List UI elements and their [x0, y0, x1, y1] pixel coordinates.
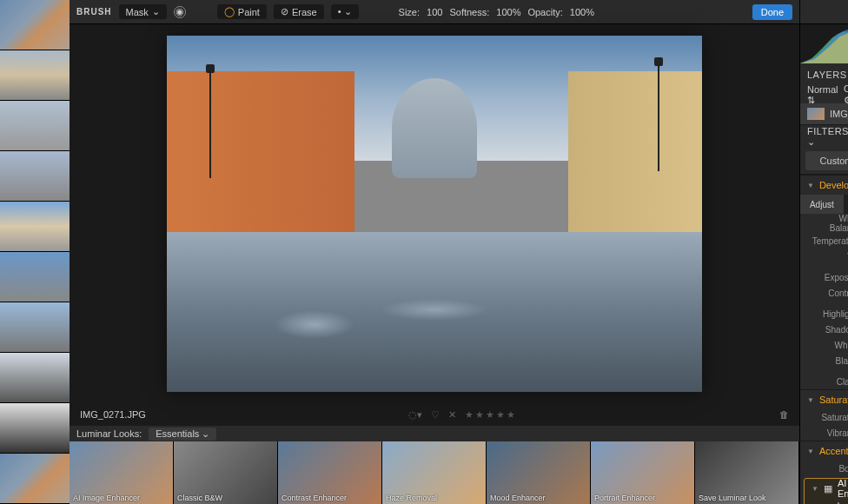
ai-sky-panel: ▼▦AI Sky Enhancer ↻⊗◉ Amount 71 [804, 478, 848, 504]
thumbnail[interactable] [0, 454, 70, 504]
slider-saturation: Saturation 0 [800, 409, 848, 425]
develop-header[interactable]: ▼Develop [800, 176, 848, 195]
saturation-header[interactable]: ▼Saturation / Vibrance [800, 390, 848, 409]
slider-vibrance: Vibrance 9 [800, 425, 848, 441]
collapse-icon: ▼ [807, 182, 814, 189]
look-preset[interactable]: Haze Removal [382, 441, 487, 504]
brush-more[interactable]: • ⌄ [331, 4, 359, 19]
flag-icon[interactable]: ◌▾ [408, 409, 422, 421]
opacity-value[interactable]: 100% [570, 7, 594, 17]
slider-tint: Tint 0 [800, 249, 848, 264]
thumbnail[interactable] [0, 50, 70, 101]
softness-value[interactable]: 100% [496, 7, 520, 17]
rating-stars[interactable]: ★★★★★ [465, 409, 517, 421]
trash-icon[interactable]: 🗑 [779, 409, 789, 420]
thumbnail[interactable] [0, 353, 70, 403]
side-panel: ▣ ↺ ⓘ▾ LAYERS ⌄ + Normal ⇅ Opacity: 100%… [799, 0, 848, 504]
slider-clarity: Clarity 0 [800, 374, 848, 389]
slider-exposure: Exposure 0.00 [800, 269, 848, 285]
brush-label: BRUSH [76, 7, 112, 17]
reject-icon[interactable]: ✕ [448, 409, 456, 421]
histogram[interactable] [800, 24, 848, 63]
mask-dropdown[interactable]: Mask⌄ [119, 4, 167, 19]
tab-lens[interactable]: Lens [844, 195, 848, 214]
visibility-toggle[interactable]: ◉ [174, 6, 186, 18]
ai-sky-header[interactable]: ▼▦AI Sky Enhancer ↻⊗◉ [805, 479, 848, 498]
layer-name: IMG_0271.JPG [830, 109, 848, 119]
slider-temperature: Temperature 0 [800, 233, 848, 249]
favorite-icon[interactable]: ♡ [431, 409, 440, 421]
brush-toolbar: BRUSH Mask⌄ ◉ ◯ Paint ⊘ Erase • ⌄ Size:1… [70, 0, 799, 24]
chevron-down-icon: ⌄ [152, 6, 160, 17]
look-preset[interactable]: Contrast Enhancer [278, 441, 382, 504]
looks-category-dropdown[interactable]: Essentials ⌄ [149, 428, 216, 441]
wb-label: White Balance [807, 214, 848, 233]
looks-bar: Luminar Looks: Essentials ⌄ [70, 426, 799, 441]
slider-blacks: Blacks -11 [800, 353, 848, 368]
looks-strip: AI Image Enhancer Classic B&W Contrast E… [70, 441, 799, 504]
thumbnail-strip [0, 0, 70, 504]
slider-amount: Amount 71 [805, 498, 848, 504]
thumbnail[interactable] [0, 151, 70, 202]
look-preset[interactable]: Save Luminar Look [695, 441, 799, 504]
thumbnail[interactable] [0, 0, 70, 50]
thumbnail[interactable] [0, 403, 70, 454]
look-preset[interactable]: Portrait Enhancer [591, 441, 695, 504]
workspace-dropdown[interactable]: Custom Workspace ⌄ [805, 151, 848, 170]
canvas[interactable] [70, 24, 799, 403]
look-preset[interactable]: Mood Enhancer [487, 441, 591, 504]
looks-label: Luminar Looks: [76, 428, 142, 439]
filename-label: IMG_0271.JPG [80, 409, 146, 420]
accent-ai-header[interactable]: ▼Accent AI Filter™ [800, 441, 848, 461]
thumbnail[interactable] [0, 202, 70, 252]
main-image [167, 36, 702, 392]
erase-button[interactable]: ⊘ Erase [274, 4, 324, 19]
layer-thumbnail [807, 108, 825, 120]
size-label: Size: [399, 7, 420, 17]
gear-icon[interactable]: ⚙▾ [844, 95, 848, 105]
develop-tabs: Adjust Lens Transform [800, 195, 848, 214]
develop-panel: ▼Develop Adjust Lens Transform White Bal… [800, 175, 848, 389]
size-value[interactable]: 100 [427, 7, 442, 17]
filters-header[interactable]: FILTERS ⌄ + Add Filter... [800, 125, 848, 148]
thumbnail[interactable] [0, 101, 70, 151]
slider-whites: Whites 11 [800, 337, 848, 353]
info-bar: IMG_0271.JPG ◌▾ ♡ ✕ ★★★★★ 🗑 [70, 403, 799, 426]
main-area: BRUSH Mask⌄ ◉ ◯ Paint ⊘ Erase • ⌄ Size:1… [70, 0, 799, 504]
brush-mask-icon[interactable]: ▦ [824, 483, 832, 494]
look-preset[interactable]: Classic B&W [174, 441, 278, 504]
side-top-icons: ▣ ↺ ⓘ▾ [800, 0, 848, 24]
opacity-label: Opacity: [527, 7, 562, 17]
tab-adjust[interactable]: Adjust [800, 195, 844, 214]
slider-shadows: Shadows 33 [800, 322, 848, 337]
done-button[interactable]: Done [752, 4, 792, 20]
look-preset[interactable]: AI Image Enhancer [70, 441, 174, 504]
thumbnail[interactable] [0, 252, 70, 302]
layers-header[interactable]: LAYERS ⌄ + [800, 63, 848, 86]
softness-label: Softness: [449, 7, 489, 17]
blend-mode-dropdown[interactable]: Normal ⇅ [807, 84, 844, 106]
slider-highlights: Highlights -48 [800, 306, 848, 322]
thumbnail[interactable] [0, 302, 70, 353]
paint-button[interactable]: ◯ Paint [217, 4, 267, 19]
slider-boost: Boost 64 [800, 461, 848, 476]
layer-item[interactable]: IMG_0271.JPG [800, 103, 848, 124]
slider-contrast: Contrast 14 [800, 285, 848, 301]
saturation-panel: ▼Saturation / Vibrance Saturation 0 Vibr… [800, 389, 848, 441]
accent-ai-panel: ▼Accent AI Filter™ Boost 64 [800, 441, 848, 476]
